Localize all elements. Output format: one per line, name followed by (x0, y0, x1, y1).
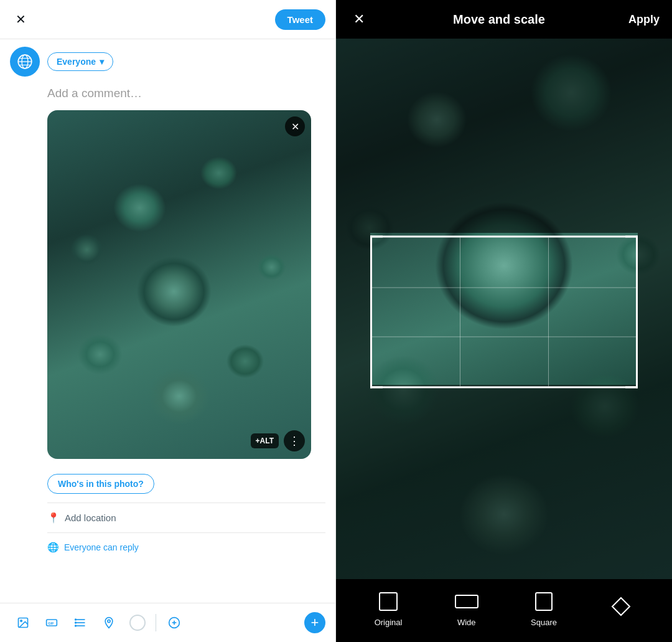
chevron-down-icon: ▾ (100, 57, 104, 67)
plus-icon: + (311, 616, 319, 630)
compose-toolbar: GIF (0, 603, 335, 642)
crop-corner-bl (370, 375, 383, 388)
crop-corner-tl (370, 235, 383, 248)
square-label: Square (531, 618, 557, 627)
svg-point-6 (21, 620, 22, 622)
add-thread-button[interactable] (161, 610, 187, 636)
square-crop-icon (531, 589, 556, 614)
toolbar-divider (156, 614, 156, 631)
list-toolbar-button[interactable] (67, 610, 93, 636)
wide-label: Wide (457, 618, 476, 627)
crop-options-toolbar: Original Wide Square (336, 579, 672, 642)
original-crop-icon (376, 589, 401, 614)
left-header: ✕ Tweet (0, 0, 335, 39)
location-toolbar-button[interactable] (96, 610, 122, 636)
gif-toolbar-button[interactable]: GIF (39, 610, 65, 636)
add-button[interactable]: + (304, 612, 325, 633)
close-icon: ✕ (16, 12, 26, 27)
alt-text-button[interactable]: +ALT (251, 433, 279, 448)
crop-diamond-button[interactable] (609, 594, 633, 623)
who-in-photo-button[interactable]: Who's in this photo? (47, 474, 154, 494)
right-header: ✕ Move and scale Apply (336, 0, 672, 39)
remove-image-button[interactable]: ✕ (285, 116, 305, 136)
left-panel: ✕ Tweet Everyone ▾ Add a comment… (0, 0, 336, 642)
svg-point-15 (108, 620, 110, 622)
editor-title: Move and scale (453, 12, 545, 27)
svg-rect-21 (536, 593, 552, 610)
apply-button[interactable]: Apply (628, 13, 660, 26)
svg-text:GIF: GIF (48, 621, 54, 625)
x-icon: ✕ (291, 121, 299, 133)
grid-line-vertical-1 (460, 237, 460, 386)
globe-icon (17, 54, 33, 70)
user-row: Everyone ▾ (10, 47, 325, 77)
diamond-crop-icon (609, 594, 633, 619)
globe-small-icon: 🌐 (47, 542, 59, 553)
close-compose-button[interactable]: ✕ (10, 9, 31, 30)
right-panel: ✕ Move and scale Apply (336, 0, 672, 642)
audience-label: Everyone (57, 57, 96, 67)
crop-corner-tr (625, 235, 638, 248)
comment-placeholder: Add a comment… (47, 87, 325, 100)
grid-line-horizontal-2 (372, 337, 636, 338)
svg-rect-20 (455, 595, 478, 608)
close-editor-button[interactable]: ✕ (348, 9, 370, 30)
everyone-reply-label: Everyone can reply (64, 542, 139, 552)
image-more-button[interactable]: ⋮ (284, 430, 305, 451)
image-icon (17, 616, 29, 629)
list-icon (74, 616, 86, 629)
image-toolbar-button[interactable] (10, 610, 36, 636)
left-content: Everyone ▾ Add a comment… ✕ +ALT ⋮ (0, 39, 335, 603)
grid-line-vertical-2 (548, 237, 549, 386)
wide-crop-icon (454, 589, 479, 614)
close-editor-icon: ✕ (353, 11, 365, 27)
add-location-row: 📍 Add location (47, 503, 325, 532)
svg-point-13 (75, 622, 77, 623)
grid-line-horizontal-1 (372, 287, 636, 288)
everyone-reply-row: 🌐 Everyone can reply (47, 532, 325, 562)
add-location-label: Add location (65, 512, 116, 523)
gif-icon: GIF (45, 616, 58, 629)
image-attachment: ✕ +ALT ⋮ (47, 110, 311, 459)
svg-rect-19 (380, 593, 397, 610)
audience-selector-button[interactable]: Everyone ▾ (47, 52, 113, 71)
svg-point-14 (75, 625, 77, 626)
crop-square-button[interactable]: Square (531, 589, 557, 627)
circle-plus-icon (168, 616, 180, 629)
avatar (10, 47, 40, 77)
image-actions: +ALT ⋮ (251, 430, 305, 451)
svg-point-12 (75, 619, 77, 620)
more-dots-icon: ⋮ (289, 434, 300, 448)
location-pin-icon: 📍 (47, 512, 60, 524)
crop-corner-br (625, 375, 638, 388)
character-count-indicator (129, 615, 146, 631)
image-preview (47, 110, 311, 459)
map-pin-icon (103, 616, 115, 629)
image-content (47, 110, 311, 459)
image-editor-area[interactable] (336, 39, 672, 579)
crop-frame[interactable] (370, 235, 638, 388)
compose-area: Add a comment… ✕ +ALT ⋮ Who's in this ph… (10, 84, 325, 569)
crop-wide-button[interactable]: Wide (454, 589, 479, 627)
original-label: Original (375, 618, 403, 627)
crop-original-button[interactable]: Original (375, 589, 403, 627)
tweet-button[interactable]: Tweet (275, 9, 325, 30)
